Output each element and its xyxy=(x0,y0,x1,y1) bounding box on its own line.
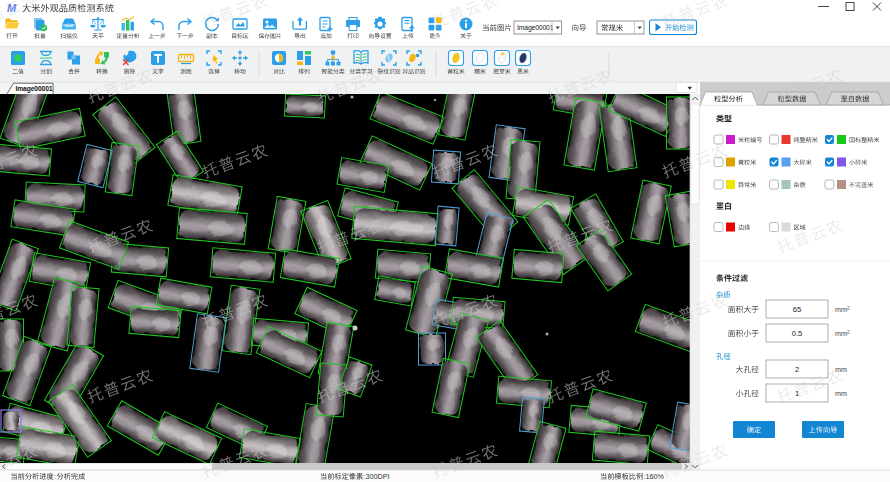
svg-text:mm²: mm² xyxy=(835,305,850,314)
svg-text:mm²: mm² xyxy=(835,329,850,338)
svg-text:Image00001: Image00001 xyxy=(517,24,554,32)
svg-text:0.5: 0.5 xyxy=(792,329,803,338)
svg-text:65: 65 xyxy=(793,305,801,314)
svg-text:Image00001: Image00001 xyxy=(16,85,53,93)
svg-text:mm: mm xyxy=(835,389,847,398)
svg-text::160%: :160% xyxy=(644,472,665,481)
svg-text:mm: mm xyxy=(835,365,847,374)
svg-text:2: 2 xyxy=(795,365,799,374)
svg-text::300DPI: :300DPI xyxy=(364,472,390,481)
svg-text::: : xyxy=(54,472,56,481)
